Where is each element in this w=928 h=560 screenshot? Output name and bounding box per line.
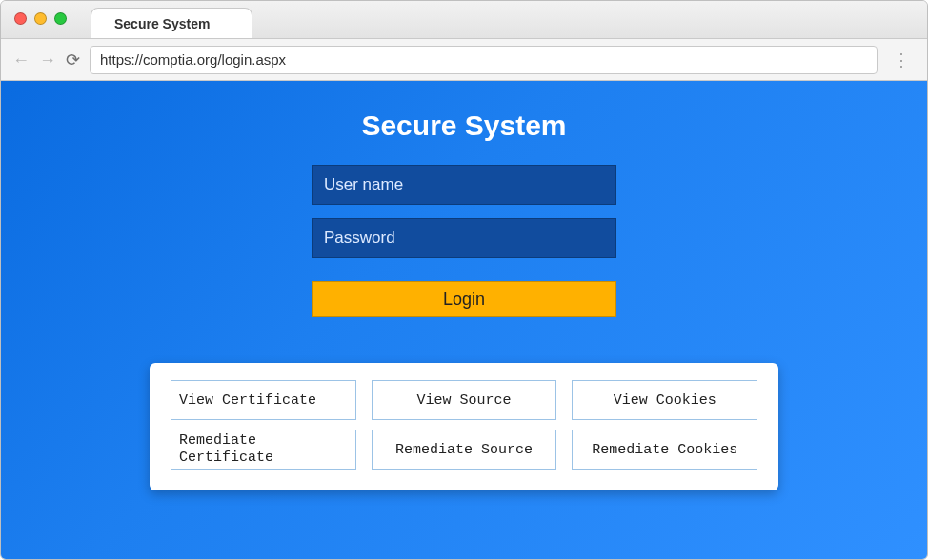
remediate-cookies-button[interactable]: Remediate Cookies bbox=[572, 430, 757, 470]
view-cookies-button[interactable]: View Cookies bbox=[572, 380, 757, 420]
remediate-source-button[interactable]: Remediate Source bbox=[372, 430, 557, 470]
titlebar: Secure System bbox=[1, 1, 927, 39]
actions-panel: View Certificate View Source View Cookie… bbox=[150, 363, 778, 490]
browser-menu-button[interactable]: ⋮ bbox=[887, 50, 916, 70]
username-input[interactable] bbox=[312, 165, 616, 205]
window-controls bbox=[14, 12, 67, 25]
minimize-window-button[interactable] bbox=[34, 12, 47, 25]
toolbar: ← → ⟳ ⋮ bbox=[1, 39, 927, 81]
remediate-certificate-button[interactable]: Remediate Certificate bbox=[171, 430, 356, 470]
page-viewport: Secure System Login View Certificate Vie… bbox=[1, 81, 927, 559]
login-form: Login bbox=[312, 165, 616, 317]
tab-title: Secure System bbox=[114, 16, 210, 31]
view-source-button[interactable]: View Source bbox=[372, 380, 557, 420]
view-certificate-button[interactable]: View Certificate bbox=[171, 380, 356, 420]
password-input[interactable] bbox=[312, 218, 616, 258]
forward-button[interactable]: → bbox=[39, 51, 56, 69]
browser-tab[interactable]: Secure System bbox=[91, 8, 252, 38]
close-window-button[interactable] bbox=[14, 12, 27, 25]
page-title: Secure System bbox=[361, 110, 566, 142]
reload-button[interactable]: ⟳ bbox=[66, 51, 80, 69]
address-bar[interactable] bbox=[90, 46, 878, 74]
maximize-window-button[interactable] bbox=[54, 12, 67, 25]
back-button[interactable]: ← bbox=[12, 51, 30, 69]
login-button[interactable]: Login bbox=[312, 281, 616, 317]
browser-window: Secure System ← → ⟳ ⋮ Secure System Logi… bbox=[0, 0, 928, 560]
